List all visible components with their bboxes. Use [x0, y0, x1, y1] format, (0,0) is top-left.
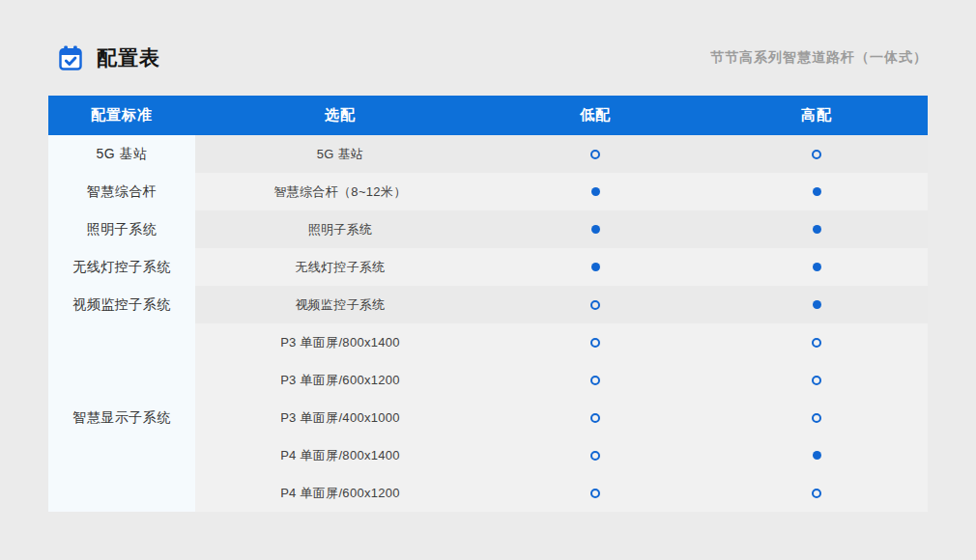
group-rows: 无线灯控子系统: [195, 248, 928, 286]
marker-filled-circle-icon: [813, 187, 821, 196]
category-label: 无线灯控子系统: [48, 248, 195, 286]
table-row: P3 单面屏/400x1000: [195, 399, 928, 436]
table-header-row: 配置标准 选配 低配 高配: [48, 96, 928, 135]
table-group: 视频监控子系统视频监控子系统: [48, 286, 928, 323]
marker-open-circle-icon: [812, 489, 821, 498]
high-config-cell: [705, 338, 928, 348]
marker-filled-circle-icon: [813, 300, 821, 309]
table-row: 视频监控子系统: [195, 286, 928, 323]
high-config-cell: [705, 225, 928, 234]
group-rows: 视频监控子系统: [195, 286, 928, 323]
category-label: 视频监控子系统: [48, 286, 195, 323]
low-config-cell: [485, 263, 705, 271]
marker-open-circle-icon: [590, 150, 600, 159]
table-row: P4 单面屏/600x1200: [195, 474, 928, 512]
config-table: 配置标准 选配 低配 高配 5G 基站5G 基站智慧综合杆智慧综合杆（8~12米…: [48, 96, 928, 512]
table-body: 5G 基站5G 基站智慧综合杆智慧综合杆（8~12米）照明子系统照明子系统无线灯…: [48, 135, 928, 512]
category-label: 照明子系统: [48, 210, 195, 248]
calendar-check-icon: [57, 44, 84, 71]
high-config-cell: [705, 451, 928, 460]
marker-open-circle-icon: [590, 413, 600, 423]
table-row: 照明子系统: [195, 210, 928, 248]
option-label: P3 单面屏/800x1400: [195, 334, 485, 351]
marker-filled-circle-icon: [591, 187, 600, 196]
marker-filled-circle-icon: [591, 263, 600, 271]
table-row: 智慧综合杆（8~12米）: [195, 173, 928, 210]
marker-filled-circle-icon: [591, 225, 600, 234]
category-label: 智慧显示子系统: [48, 323, 195, 512]
high-config-cell: [705, 413, 928, 423]
low-config-cell: [485, 300, 705, 310]
group-rows: 5G 基站: [195, 135, 928, 173]
low-config-cell: [485, 451, 705, 461]
column-header-high-config: 高配: [705, 106, 928, 125]
column-header-standard: 配置标准: [48, 106, 195, 125]
high-config-cell: [705, 376, 928, 385]
option-label: P3 单面屏/400x1000: [195, 409, 485, 427]
high-config-cell: [705, 187, 928, 196]
option-label: P4 单面屏/600x1200: [195, 485, 485, 502]
table-group: 智慧综合杆智慧综合杆（8~12米）: [48, 173, 928, 210]
marker-open-circle-icon: [812, 413, 821, 423]
high-config-cell: [705, 150, 928, 159]
marker-open-circle-icon: [590, 451, 600, 461]
marker-filled-circle-icon: [813, 451, 821, 460]
high-config-cell: [705, 263, 928, 271]
low-config-cell: [485, 150, 705, 159]
table-group: 无线灯控子系统无线灯控子系统: [48, 248, 928, 286]
title-group: 配置表: [57, 44, 160, 71]
page-title: 配置表: [97, 44, 160, 71]
series-subtitle: 节节高系列智慧道路杆（一体式）: [710, 49, 928, 67]
group-rows: 智慧综合杆（8~12米）: [195, 173, 928, 210]
table-row: 无线灯控子系统: [195, 248, 928, 286]
marker-filled-circle-icon: [813, 263, 821, 271]
table-group: 智慧显示子系统P3 单面屏/800x1400P3 单面屏/600x1200P3 …: [48, 323, 928, 512]
option-label: 无线灯控子系统: [195, 259, 485, 276]
option-label: 5G 基站: [195, 146, 485, 163]
marker-open-circle-icon: [812, 376, 821, 385]
marker-open-circle-icon: [590, 376, 600, 385]
low-config-cell: [485, 489, 705, 498]
group-rows: 照明子系统: [195, 210, 928, 248]
category-label: 智慧综合杆: [48, 173, 195, 210]
option-label: 智慧综合杆（8~12米）: [195, 183, 485, 201]
marker-open-circle-icon: [812, 150, 821, 159]
group-rows: P3 单面屏/800x1400P3 单面屏/600x1200P3 单面屏/400…: [195, 323, 928, 512]
option-label: 视频监控子系统: [195, 296, 485, 314]
table-group: 5G 基站5G 基站: [48, 135, 928, 173]
marker-open-circle-icon: [590, 300, 600, 310]
low-config-cell: [485, 187, 705, 196]
high-config-cell: [705, 489, 928, 498]
table-group: 照明子系统照明子系统: [48, 210, 928, 248]
marker-open-circle-icon: [590, 338, 600, 348]
option-label: P3 单面屏/600x1200: [195, 372, 485, 389]
category-label: 5G 基站: [48, 135, 195, 173]
low-config-cell: [485, 376, 705, 385]
table-row: 5G 基站: [195, 135, 928, 173]
table-row: P3 单面屏/800x1400: [195, 323, 928, 361]
option-label: 照明子系统: [195, 221, 485, 238]
table-row: P3 单面屏/600x1200: [195, 361, 928, 399]
high-config-cell: [705, 300, 928, 309]
table-row: P4 单面屏/800x1400: [195, 436, 928, 474]
low-config-cell: [485, 225, 705, 234]
column-header-low-config: 低配: [485, 106, 705, 125]
marker-open-circle-icon: [590, 489, 600, 498]
option-label: P4 单面屏/800x1400: [195, 447, 485, 464]
low-config-cell: [485, 338, 705, 348]
page-header: 配置表 节节高系列智慧道路杆（一体式）: [57, 44, 928, 71]
low-config-cell: [485, 413, 705, 423]
marker-filled-circle-icon: [813, 225, 821, 234]
column-header-optional: 选配: [195, 106, 485, 125]
marker-open-circle-icon: [812, 338, 821, 348]
